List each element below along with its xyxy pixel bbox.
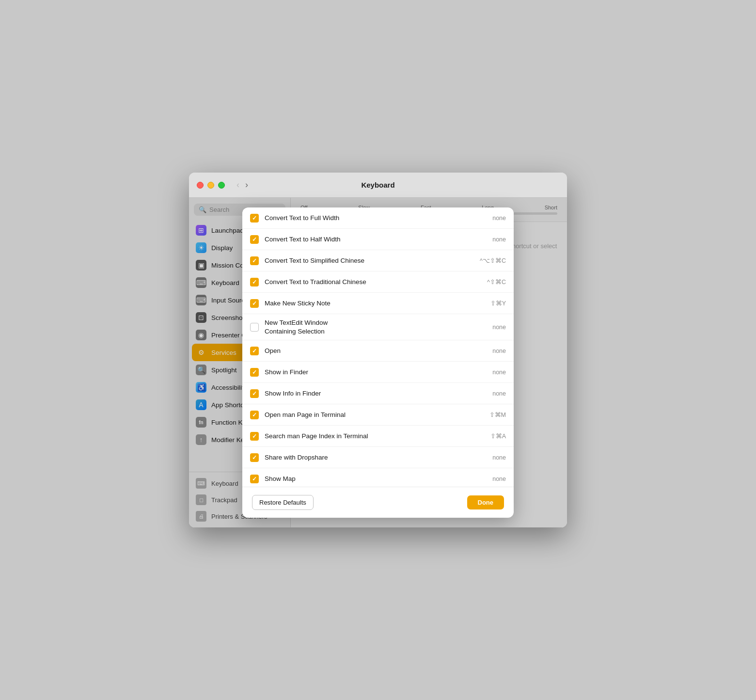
modal-list: ✓ Convert Text to Full Width none ✓ Conv… xyxy=(291,207,514,487)
row-label-show-info-in-finder: Show Info in Finder xyxy=(291,389,487,398)
content-area: Off Slow Fast Long Short Dictation 🎤 Use… xyxy=(291,198,567,527)
table-row[interactable]: ✓ Make New Sticky Note ⇧⌘Y xyxy=(291,293,514,314)
table-row[interactable]: ✓ Search man Page Index in Terminal ⇧⌘A xyxy=(291,426,514,447)
row-shortcut-show-in-finder: none xyxy=(492,369,506,376)
forward-button[interactable]: › xyxy=(243,180,250,190)
row-label-sticky-note: Make New Sticky Note xyxy=(291,299,485,308)
modal-footer: Restore Defaults Done xyxy=(291,487,514,518)
row-shortcut-share-dropshare: none xyxy=(492,454,506,461)
row-label-convert-half-width: Convert Text to Half Width xyxy=(291,235,487,244)
row-shortcut-simplified-chinese: ^⌥⇧⌘C xyxy=(480,257,506,264)
main-layout: 🔍 Search ⊞ Launchpad & Dock ☀ Display ▣ … xyxy=(189,198,567,527)
row-shortcut-traditional-chinese: ^⇧⌘C xyxy=(487,278,506,286)
nav-arrows: ‹ › xyxy=(235,180,250,190)
row-label-show-in-finder: Show in Finder xyxy=(291,368,487,377)
restore-defaults-button[interactable]: Restore Defaults xyxy=(291,495,314,510)
table-row[interactable]: ✓ Show in Finder none xyxy=(291,362,514,383)
row-label-textedit-window: New TextEdit Window Containing Selection xyxy=(291,318,487,335)
row-shortcut-show-info-in-finder: none xyxy=(492,390,506,397)
row-label-search-man-page: Search man Page Index in Terminal xyxy=(291,432,485,441)
close-button[interactable] xyxy=(197,182,204,189)
row-shortcut-open-man-page: ⇧⌘M xyxy=(489,411,506,418)
table-row[interactable]: ✓ Convert Text to Full Width none xyxy=(291,207,514,229)
row-label-traditional-chinese: Convert Text to Traditional Chinese xyxy=(291,278,481,286)
table-row[interactable]: ✓ Convert Text to Traditional Chinese ^⇧… xyxy=(291,271,514,293)
minimize-button[interactable] xyxy=(207,182,214,189)
table-row[interactable]: ✓ Convert Text to Simplified Chinese ^⌥⇧… xyxy=(291,250,514,271)
row-label-simplified-chinese: Convert Text to Simplified Chinese xyxy=(291,256,474,265)
table-row[interactable]: ✓ Show Map none xyxy=(291,468,514,487)
row-label-show-map: Show Map xyxy=(291,475,487,483)
row-label-share-dropshare: Share with Dropshare xyxy=(291,453,487,462)
table-row[interactable]: ✓ Share with Dropshare none xyxy=(291,447,514,468)
back-button[interactable]: ‹ xyxy=(235,180,241,190)
traffic-lights xyxy=(197,182,225,189)
row-shortcut-open: none xyxy=(492,348,506,354)
row-label-open: Open xyxy=(291,347,487,355)
row-shortcut-convert-full-width: none xyxy=(492,215,506,222)
row-label-convert-full-width: Convert Text to Full Width xyxy=(291,214,487,223)
table-row[interactable]: ✓ Convert Text to Half Width none xyxy=(291,229,514,250)
main-window: ‹ › Keyboard 🔍 Search ⊞ Launchpad & Dock… xyxy=(189,173,567,527)
title-bar: ‹ › Keyboard xyxy=(189,173,567,198)
table-row[interactable]: ✓ Open man Page in Terminal ⇧⌘M xyxy=(291,404,514,426)
maximize-button[interactable] xyxy=(218,182,225,189)
window-title: Keyboard xyxy=(361,181,394,189)
row-shortcut-search-man-page: ⇧⌘A xyxy=(490,432,506,440)
row-shortcut-show-map: none xyxy=(492,476,506,482)
modal-overlay: ✓ Convert Text to Full Width none ✓ Conv… xyxy=(291,198,567,527)
row-shortcut-convert-half-width: none xyxy=(492,236,506,243)
table-row[interactable]: New TextEdit Window Containing Selection… xyxy=(291,314,514,340)
table-row[interactable]: ✓ Open none xyxy=(291,340,514,362)
table-row[interactable]: ✓ Show Info in Finder none xyxy=(291,383,514,404)
done-button[interactable]: Done xyxy=(467,495,504,509)
row-label-open-man-page: Open man Page in Terminal xyxy=(291,411,484,419)
row-shortcut-sticky-note: ⇧⌘Y xyxy=(490,300,506,307)
row-shortcut-textedit-window: none xyxy=(492,324,506,331)
services-modal: ✓ Convert Text to Full Width none ✓ Conv… xyxy=(291,207,514,518)
